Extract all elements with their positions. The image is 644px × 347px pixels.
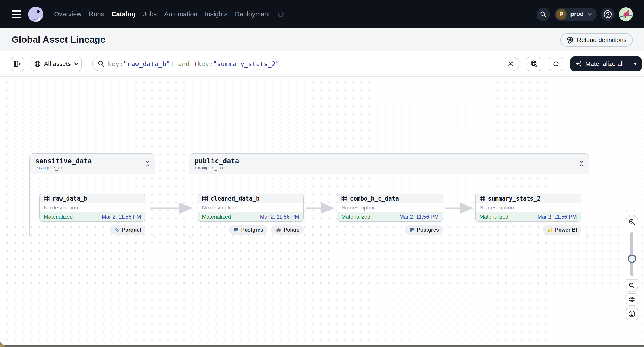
- tag-label: Parquet: [122, 227, 141, 233]
- view-scope-button[interactable]: [527, 57, 542, 71]
- download-image-button[interactable]: [626, 308, 638, 320]
- deployment-avatar: P: [556, 9, 567, 20]
- asset-node-cleaned-data-b[interactable]: cleaned_data_b No description Materializ…: [198, 194, 304, 222]
- asset-tags-raw-data-b: Parquet: [39, 225, 146, 235]
- polars-icon: [276, 228, 281, 232]
- asset-node-summary-stats-2[interactable]: summary_stats_2 No description Materiali…: [475, 194, 581, 222]
- asset-description: No description: [338, 203, 443, 212]
- tag-power-bi[interactable]: Power BI: [543, 225, 581, 235]
- nav-item-automation[interactable]: Automation: [164, 10, 198, 18]
- nav-item-insights[interactable]: Insights: [205, 10, 228, 18]
- lineage-canvas[interactable]: sensitive_data example_co public_data ex…: [0, 77, 644, 347]
- chevron-down-icon: [74, 62, 78, 65]
- sparkle-icon: [576, 60, 582, 67]
- tag-label: Power BI: [555, 227, 577, 233]
- open-panel-button[interactable]: [10, 57, 24, 71]
- status-badge: Materialized: [202, 214, 231, 220]
- parquet-icon: [114, 227, 120, 233]
- top-nav: Overview Runs Catalog Jobs Automation In…: [0, 0, 644, 28]
- asset-description: No description: [198, 203, 303, 212]
- refresh-icon: [552, 60, 560, 68]
- window-bottom-edge: [0, 346, 644, 347]
- user-avatar[interactable]: [619, 7, 633, 21]
- zoom-slider[interactable]: [626, 229, 638, 279]
- asset-search-input[interactable]: key:"raw_data_b"+ and +key:"summary_stat…: [92, 57, 519, 71]
- panel-toggle-icon: [14, 60, 21, 67]
- zoom-slider-track[interactable]: [630, 232, 634, 276]
- caret-down-icon: [633, 62, 638, 65]
- tag-label: Polars: [284, 227, 300, 233]
- dagster-app: Overview Runs Catalog Jobs Automation In…: [0, 0, 644, 347]
- tag-postgres[interactable]: Postgres: [229, 225, 267, 235]
- nav-item-deployment[interactable]: Deployment: [235, 10, 270, 18]
- materialize-all-label: Materialize all: [585, 60, 624, 67]
- postgres-icon: [409, 227, 414, 233]
- table-icon: [480, 196, 485, 201]
- tag-label: Postgres: [417, 227, 439, 233]
- asset-tags-combo-b-c-data: Postgres: [337, 225, 443, 235]
- materialize-all-split-button: Materialize all: [570, 56, 642, 71]
- search-icon: [540, 11, 546, 18]
- table-icon: [44, 196, 50, 201]
- table-icon: [202, 196, 208, 201]
- reload-cube-icon: [566, 36, 574, 43]
- asset-node-combo-b-c-data[interactable]: combo_b_c_data No description Materializ…: [337, 194, 443, 222]
- reload-definitions-button[interactable]: Reload definitions: [560, 33, 633, 47]
- asset-status-bar: Materialized Mar 2, 11:56 PM: [40, 212, 145, 222]
- deployment-name: prod: [570, 11, 584, 18]
- asset-tags-summary-stats-2: Power BI: [475, 225, 581, 235]
- zoom-out-button[interactable]: [626, 279, 638, 292]
- asset-node-raw-data-b[interactable]: raw_data_b No description Materialized M…: [39, 194, 146, 222]
- asset-name: summary_stats_2: [488, 195, 540, 202]
- nav-item-catalog[interactable]: Catalog: [112, 10, 136, 18]
- zoom-in-button[interactable]: [626, 215, 638, 229]
- asset-name: cleaned_data_b: [210, 195, 260, 202]
- materialization-timestamp[interactable]: Mar 2, 11:56 PM: [538, 214, 577, 220]
- asset-status-bar: Materialized Mar 2, 11:56 PM: [476, 212, 581, 222]
- asset-status-bar: Materialized Mar 2, 11:56 PM: [338, 212, 443, 222]
- page-header: Global Asset Lineage Reload definitions: [0, 28, 644, 51]
- deployment-switcher[interactable]: P prod: [554, 7, 597, 21]
- asset-name: combo_b_c_data: [350, 195, 399, 202]
- materialization-timestamp[interactable]: Mar 2, 11:56 PM: [102, 214, 141, 220]
- close-icon: [508, 61, 514, 67]
- tag-postgres[interactable]: Postgres: [405, 225, 443, 235]
- refresh-button[interactable]: [548, 57, 563, 71]
- asset-status-bar: Materialized Mar 2, 11:56 PM: [198, 212, 303, 222]
- menu-icon[interactable]: [12, 10, 22, 18]
- download-icon: [628, 310, 636, 318]
- asset-tags-cleaned-data-b: Postgres Polars: [198, 225, 304, 235]
- materialize-all-button[interactable]: Materialize all: [570, 56, 628, 71]
- asset-description: No description: [40, 203, 145, 212]
- zoom-controls: [626, 215, 638, 292]
- globe-icon: [34, 60, 41, 67]
- reload-definitions-label: Reload definitions: [577, 36, 626, 43]
- materialization-timestamp[interactable]: Mar 2, 11:56 PM: [260, 214, 299, 220]
- zoom-out-icon: [628, 282, 635, 289]
- page-curl-decoration: [0, 341, 6, 347]
- dagster-logo-icon[interactable]: [28, 6, 44, 22]
- graph-settings-button[interactable]: [626, 293, 638, 306]
- nav-right-cluster: P prod: [536, 0, 633, 28]
- tag-polars[interactable]: Polars: [271, 225, 304, 235]
- help-icon: [603, 10, 612, 19]
- search-icon: [98, 60, 104, 67]
- nav-item-runs[interactable]: Runs: [89, 10, 104, 18]
- materialization-timestamp[interactable]: Mar 2, 11:56 PM: [399, 214, 439, 220]
- help-button[interactable]: [601, 7, 614, 21]
- asset-scope-dropdown[interactable]: All assets: [31, 57, 82, 71]
- globe-plus-icon: [530, 60, 538, 68]
- nav-item-jobs[interactable]: Jobs: [143, 10, 157, 18]
- zoom-in-icon: [628, 219, 635, 225]
- postgres-icon: [233, 227, 239, 233]
- search-button[interactable]: [536, 7, 550, 21]
- materialize-options-button[interactable]: [628, 56, 642, 71]
- asset-scope-label: All assets: [44, 60, 71, 67]
- nav-item-overview[interactable]: Overview: [54, 10, 81, 18]
- clear-search-button[interactable]: [508, 61, 514, 67]
- tag-parquet[interactable]: Parquet: [110, 225, 146, 235]
- zoom-slider-thumb[interactable]: [628, 255, 636, 263]
- nav-menu: Overview Runs Catalog Jobs Automation In…: [54, 10, 284, 18]
- filter-toolbar: All assets key:"raw_data_b"+ and +key:"s…: [0, 51, 644, 77]
- status-badge: Materialized: [44, 214, 72, 220]
